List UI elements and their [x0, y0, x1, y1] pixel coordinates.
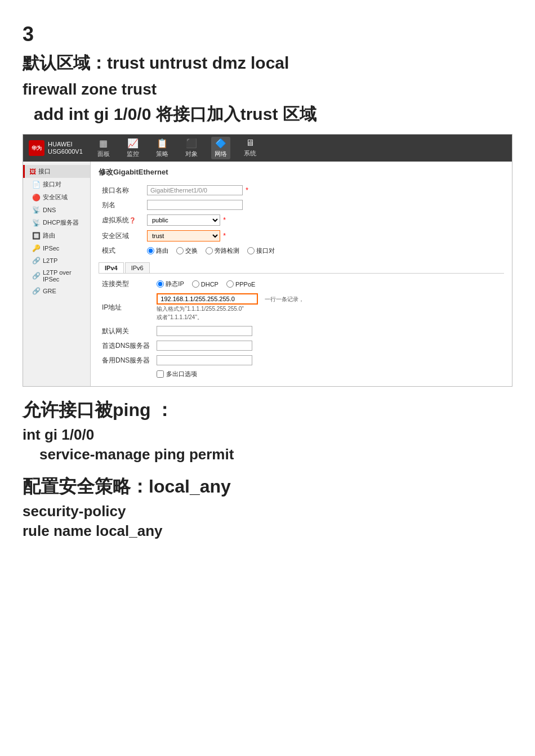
network-icon: 🔷 [215, 138, 226, 149]
panel-icon: ▦ [99, 138, 108, 149]
row-interface-name: 接口名称 * [99, 183, 504, 198]
interface-name-label: 接口名称 [99, 183, 144, 198]
huawei-topbar: 华为 HUAWEI USG6000V1 ▦ 面板 📈 监控 📋 策略 [23, 135, 512, 162]
mode-switch-radio[interactable] [176, 247, 184, 254]
sidebar-item-gre[interactable]: 🔗 GRE [23, 285, 90, 297]
security-policy-cmd1: security-policy [23, 503, 512, 520]
virtual-system-select[interactable]: public [147, 214, 220, 226]
l2tp-icon: 🔗 [32, 257, 41, 265]
mode-switch[interactable]: 交换 [176, 247, 198, 255]
sidebar-item-routing[interactable]: 🔲 路由 [23, 229, 90, 242]
row-multi-exit: 多出口选项 [99, 368, 504, 381]
nav-item-system[interactable]: 🖥 系统 [240, 137, 260, 159]
conn-type-radio-group: 静态IP DHCP PPPoE [157, 280, 501, 288]
primary-dns-label: 首选DNS服务器 [99, 338, 153, 353]
policy-icon: 📋 [157, 138, 168, 149]
tab-ipv6[interactable]: IPv6 [125, 262, 150, 273]
mode-label: 模式 [99, 244, 144, 258]
backup-dns-label: 备用DNS服务器 [99, 353, 153, 368]
object-icon: ⬛ [186, 138, 197, 149]
alias-label: 别名 [99, 198, 144, 212]
row-backup-dns: 备用DNS服务器 [99, 353, 504, 368]
virtual-system-label: 虚拟系统❓ [99, 212, 144, 228]
huawei-panel: 华为 HUAWEI USG6000V1 ▦ 面板 📈 监控 📋 策略 [23, 134, 512, 387]
ip-form-table: 连接类型 静态IP DHCP PPPoE [99, 277, 504, 381]
mode-routing-radio[interactable] [147, 247, 154, 254]
firewall-zone-cmd: firewall zone trust [23, 80, 512, 99]
allow-ping-title: 允许接口被ping ： [23, 398, 512, 423]
ip-address-label: IP地址 [99, 291, 153, 324]
conn-static-radio[interactable] [157, 280, 164, 288]
mode-bypass[interactable]: 旁路检测 [206, 247, 239, 255]
conn-dhcp[interactable]: DHCP [192, 280, 219, 288]
security-zone-label: 安全区域 [99, 228, 144, 244]
huawei-sidebar: 🖼 接口 📄 接口对 🔴 安全区域 📡 DNS 📡 DHCP服务器 🔲 [23, 162, 91, 386]
security-policy-title: 配置安全策略：local_any [23, 475, 512, 499]
row-conn-type: 连接类型 静态IP DHCP PPPoE [99, 277, 504, 291]
conn-dhcp-radio[interactable] [192, 280, 199, 288]
l2tp-ipsec-icon: 🔗 [32, 272, 41, 280]
security-policy-cmd2: rule name local_any [23, 522, 512, 540]
interface-pair-icon: 📄 [32, 181, 41, 189]
gateway-input[interactable] [157, 326, 252, 336]
huawei-content: 修改GigabitEthernet 接口名称 * 别名 [91, 162, 512, 386]
ipsec-icon: 🔑 [32, 244, 41, 252]
huawei-nav: ▦ 面板 📈 监控 📋 策略 ⬛ 对象 🔷 网络 [94, 137, 506, 159]
nav-item-policy[interactable]: 📋 策略 [153, 137, 172, 159]
alias-input[interactable] [147, 200, 243, 210]
row-gateway: 默认网关 [99, 324, 504, 338]
nav-item-monitor[interactable]: 📈 监控 [123, 137, 142, 159]
backup-dns-input[interactable] [157, 355, 252, 365]
ip-address-input[interactable] [157, 293, 258, 305]
mode-interface-pair-radio[interactable] [247, 247, 255, 254]
security-zone-select[interactable]: trust [147, 230, 220, 241]
row-mode: 模式 路由 交换 旁路检测 [99, 244, 504, 258]
monitor-icon: 📈 [127, 138, 139, 149]
form-table: 接口名称 * 别名 虚拟系统❓ [99, 183, 504, 258]
security-zone-icon: 🔴 [32, 194, 41, 202]
interface-icon: 🖼 [29, 168, 36, 176]
add-int-cmd: add int gi 1/0/0 将接口加入trust 区域 [23, 103, 512, 126]
form-title: 修改GigabitEthernet [99, 167, 504, 177]
nav-item-object[interactable]: ⬛ 对象 [182, 137, 201, 159]
required-star2: * [223, 216, 226, 224]
conn-pppoe-radio[interactable] [226, 280, 234, 288]
nav-item-network[interactable]: 🔷 网络 [211, 137, 230, 159]
tab-ipv4[interactable]: IPv4 [99, 262, 124, 273]
interface-name-input[interactable] [147, 185, 243, 195]
gre-icon: 🔗 [32, 287, 41, 295]
conn-type-label: 连接类型 [99, 277, 153, 291]
routing-icon: 🔲 [32, 232, 41, 240]
mode-bypass-radio[interactable] [206, 247, 213, 254]
huawei-logo: 华为 HUAWEI USG6000V1 [29, 140, 83, 156]
sidebar-item-interface-pair[interactable]: 📄 接口对 [23, 178, 90, 191]
allow-ping-cmd1: int gi 1/0/0 [23, 426, 512, 444]
nav-item-panel[interactable]: ▦ 面板 [94, 137, 113, 159]
sidebar-item-dhcp[interactable]: 📡 DHCP服务器 [23, 216, 90, 229]
row-alias: 别名 [99, 198, 504, 212]
mode-interface-pair[interactable]: 接口对 [247, 247, 275, 255]
section-title: 3 [23, 23, 512, 46]
row-primary-dns: 首选DNS服务器 [99, 338, 504, 353]
default-zones-line: 默认区域：trust untrust dmz local [23, 52, 512, 75]
conn-static-ip[interactable]: 静态IP [157, 280, 184, 288]
allow-ping-section: 允许接口被ping ： int gi 1/0/0 service-manage … [23, 398, 512, 463]
security-policy-section: 配置安全策略：local_any security-policy rule na… [23, 475, 512, 540]
multi-exit-checkbox[interactable] [157, 370, 164, 378]
sidebar-item-l2tp[interactable]: 🔗 L2TP [23, 254, 90, 267]
sidebar-item-security-zone[interactable]: 🔴 安全区域 [23, 191, 90, 204]
mode-routing[interactable]: 路由 [147, 247, 168, 255]
sidebar-item-l2tp-ipsec[interactable]: 🔗 L2TP over IPSec [23, 267, 90, 285]
dns-icon: 📡 [32, 206, 41, 214]
ip-tab-bar: IPv4 IPv6 [99, 262, 504, 274]
conn-pppoe[interactable]: PPPoE [226, 280, 255, 288]
dhcp-icon: 📡 [32, 219, 41, 227]
sidebar-item-interface[interactable]: 🖼 接口 [23, 165, 90, 178]
sidebar-item-ipsec[interactable]: 🔑 IPSec [23, 242, 90, 254]
multi-exit-checkbox-label[interactable]: 多出口选项 [157, 370, 501, 378]
sidebar-item-dns[interactable]: 📡 DNS [23, 204, 90, 216]
primary-dns-input[interactable] [157, 341, 252, 351]
mode-radio-group: 路由 交换 旁路检测 接口对 [147, 247, 501, 255]
row-ip-address: IP地址 一行一条记录，输入格式为"1.1.1.1/255.255.255.0"… [99, 291, 504, 324]
huawei-logo-icon: 华为 [29, 140, 44, 156]
